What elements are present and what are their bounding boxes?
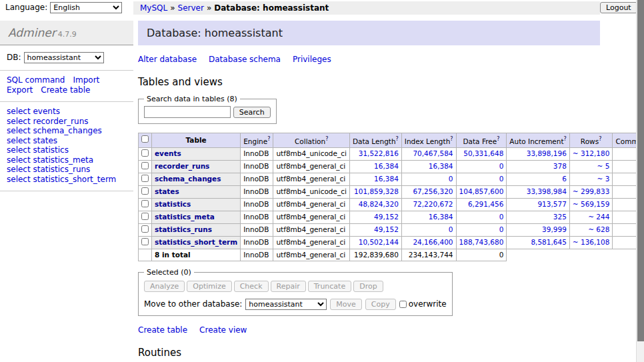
sidebar-command-link[interactable]: Import [73,75,99,85]
rows-count-link[interactable]: ~ 136,108 [573,238,610,246]
index-length-link[interactable]: 70,467,584 [413,149,453,157]
scrollbar-thumb[interactable] [637,0,644,341]
index-length-link[interactable]: 72,220,672 [413,200,453,208]
auto-increment-link[interactable]: 325 [553,213,567,221]
rows-count-link[interactable]: ~ 299,833 [573,187,610,195]
table-name-link[interactable]: schema_changes [155,175,221,183]
table-name-link[interactable]: events [155,149,181,157]
drop-button[interactable]: Drop [353,281,383,292]
data-length-link[interactable]: 31,522,816 [359,149,399,157]
sidebar-command-link[interactable]: Create table [41,85,90,95]
column-help-link[interactable]: ? [564,136,567,142]
analyze-button[interactable]: Analyze [144,281,185,292]
database-action-link[interactable]: Database schema [209,55,281,64]
app-name-link[interactable]: Adminer [8,26,56,39]
search-input[interactable] [144,106,231,118]
data-length-link[interactable]: 49,152 [374,225,399,233]
auto-increment-link[interactable]: 33,898,196 [527,149,567,157]
sidebar-table-link[interactable]: select statistics_runs [7,165,90,174]
sidebar-table-link[interactable]: select events [7,107,60,116]
auto-increment-link[interactable]: 6 [562,175,567,183]
index-length-link[interactable]: 24,166,400 [413,238,453,246]
row-select-checkbox[interactable] [141,162,149,169]
data-free-link[interactable]: 50,331,648 [463,149,503,157]
sidebar-table-link[interactable]: select statistics [7,145,69,155]
table-name-link[interactable]: recorder_runs [155,162,209,170]
sidebar-command-link[interactable]: Export [7,85,33,95]
data-length-link[interactable]: 49,152 [374,213,399,221]
row-select-checkbox[interactable] [141,149,149,157]
index-length-link[interactable]: 0 [449,225,453,233]
copy-button[interactable]: Copy [365,299,396,310]
row-select-checkbox[interactable] [141,225,149,233]
move-database-select[interactable]: homeassistant [245,299,327,310]
move-button[interactable]: Move [330,299,362,310]
index-length-link[interactable]: 67,256,320 [413,187,453,195]
data-length-link[interactable]: 16,384 [374,162,399,170]
column-help-link[interactable]: ? [450,136,453,142]
optimize-button[interactable]: Optimize [187,281,231,292]
data-free-link[interactable]: 0 [499,175,504,183]
row-select-checkbox[interactable] [141,200,149,207]
data-length-link[interactable]: 10,502,144 [359,238,399,246]
database-action-link[interactable]: Privileges [293,55,331,64]
breadcrumb-mysql-link[interactable]: MySQL [140,3,167,13]
row-select-checkbox[interactable] [141,175,149,182]
sidebar-table-link[interactable]: select states [7,136,57,145]
table-name-link[interactable]: statistics_short_term [155,238,237,246]
row-select-checkbox[interactable] [141,213,149,220]
repair-button[interactable]: Repair [271,281,306,292]
data-length-link[interactable]: 48,824,320 [359,200,399,208]
auto-increment-link[interactable]: 8,581,645 [531,238,566,246]
auto-increment-link[interactable]: 913,577 [537,200,566,208]
auto-increment-link[interactable]: 378 [553,162,567,170]
auto-increment-link[interactable]: 33,398,984 [527,187,567,195]
column-help-link[interactable]: ? [267,136,270,142]
index-length-link[interactable]: 16,384 [429,162,453,170]
overwrite-checkbox[interactable] [399,301,407,308]
column-help-link[interactable]: ? [599,136,601,142]
rows-count-link[interactable]: ~ 569,159 [573,200,610,208]
column-help-link[interactable]: ? [325,136,328,142]
vertical-scrollbar[interactable] [636,0,644,362]
data-length-link[interactable]: 16,384 [374,175,399,183]
rows-count-link[interactable]: ~ 244 [588,213,609,221]
row-select-checkbox[interactable] [141,238,149,245]
sidebar-table-link[interactable]: select statistics_meta [7,155,93,165]
sidebar-table-link[interactable]: select statistics_short_term [7,175,116,184]
logout-button[interactable]: Logout [600,2,637,13]
column-help-link[interactable]: ? [396,136,399,142]
database-action-link[interactable]: Alter database [138,55,197,64]
data-length-link[interactable]: 101,859,328 [354,187,399,195]
data-free-link[interactable]: 0 [499,225,504,233]
language-select[interactable]: English [50,2,122,13]
rows-count-link[interactable]: ~ 628 [588,225,609,233]
data-free-link[interactable]: 0 [499,162,504,170]
data-free-link[interactable]: 188,743,680 [459,238,504,246]
index-length-link[interactable]: 16,384 [429,213,453,221]
row-select-checkbox[interactable] [141,187,149,195]
create-link[interactable]: Create table [138,325,187,335]
sidebar-table-link[interactable]: select schema_changes [7,126,102,135]
search-button[interactable]: Search [233,107,271,118]
sidebar-table-link[interactable]: select recorder_runs [7,117,89,126]
index-length-link[interactable]: 0 [449,175,453,183]
table-name-link[interactable]: statistics_runs [155,225,212,233]
create-link[interactable]: Create view [199,325,247,335]
table-name-link[interactable]: states [155,187,179,195]
rows-count-link[interactable]: ~ 3 [597,175,610,183]
breadcrumb-server-link[interactable]: Server [178,3,204,13]
db-select[interactable]: homeassistant [24,52,104,63]
sidebar-command-link[interactable]: SQL command [7,75,65,85]
check-button[interactable]: Check [234,281,269,292]
data-free-link[interactable]: 104,857,600 [459,187,504,195]
column-help-link[interactable]: ? [497,136,499,142]
rows-count-link[interactable]: ~ 312,180 [573,149,610,157]
data-free-link[interactable]: 6,291,456 [468,200,503,208]
table-name-link[interactable]: statistics_meta [155,213,215,221]
select-all-checkbox[interactable] [141,135,149,143]
auto-increment-link[interactable]: 39,999 [542,225,567,233]
table-name-link[interactable]: statistics [155,200,191,208]
rows-count-link[interactable]: ~ 5 [597,162,610,170]
data-free-link[interactable]: 0 [499,213,504,221]
